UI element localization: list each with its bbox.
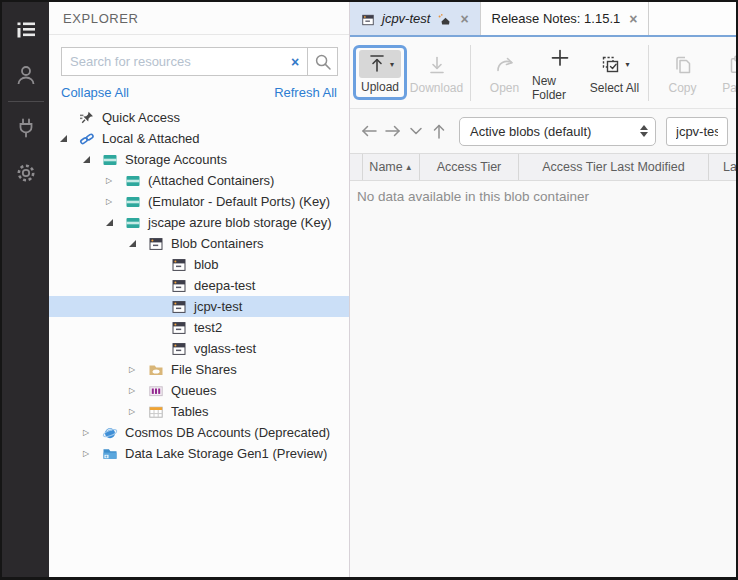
table-icon	[148, 404, 164, 420]
tree-item-label: jscape azure blob storage (Key)	[148, 215, 332, 230]
tab-jcpv-test[interactable]: jcpv-test×	[350, 2, 481, 35]
column-header-label: Name	[369, 160, 402, 174]
new-folder-button[interactable]: New Folder	[532, 44, 587, 102]
toolbar-button-label: Upload	[361, 80, 399, 94]
settings-icon[interactable]	[11, 158, 41, 188]
tree-item-label: Data Lake Storage Gen1 (Preview)	[125, 446, 327, 461]
tree-item-deepa-test[interactable]: deepa-test	[49, 275, 349, 296]
tree-item-jscape-azure-blob-storage-key[interactable]: jscape azure blob storage (Key)	[49, 212, 349, 233]
toolbar-group: OpenNew Folder▾Select All	[477, 37, 642, 108]
copy-button[interactable]: Copy	[655, 51, 710, 95]
column-header-name[interactable]: Name▲	[363, 154, 420, 180]
tree-item-quick-access[interactable]: Quick Access	[49, 107, 349, 128]
download-icon	[426, 51, 448, 79]
cosmos-icon	[102, 425, 118, 441]
chevron-down-icon[interactable]	[404, 119, 427, 143]
tree-item-vglass-test[interactable]: vglass-test	[49, 338, 349, 359]
blob-container-icon	[361, 12, 375, 26]
back-icon[interactable]	[358, 119, 381, 143]
expander-collapsed-icon[interactable]	[78, 428, 94, 437]
expander-collapsed-icon[interactable]	[101, 197, 117, 206]
blob-state-select-value: Active blobs (default)	[470, 124, 639, 139]
expander-expanded-icon[interactable]	[124, 240, 140, 247]
tree-item-blob[interactable]: blob	[49, 254, 349, 275]
expander-expanded-icon[interactable]	[78, 156, 94, 163]
toolbar-group: CopyPaste	[655, 37, 738, 108]
path-input[interactable]	[666, 117, 728, 146]
up-level-icon[interactable]	[427, 119, 450, 143]
blob-container-icon	[171, 257, 187, 273]
upload-icon: ▾	[359, 50, 401, 78]
tree-item-tables[interactable]: Tables	[49, 401, 349, 422]
paste-icon	[726, 51, 738, 79]
toolbar-separator	[648, 45, 649, 101]
close-tab-icon[interactable]: ×	[460, 12, 468, 26]
connect-icon[interactable]	[11, 113, 41, 143]
tree-item-blob-containers[interactable]: Blob Containers	[49, 233, 349, 254]
paste-button[interactable]: Paste	[710, 51, 738, 95]
expander-collapsed-icon[interactable]	[124, 386, 140, 395]
forward-icon[interactable]	[381, 119, 404, 143]
select-all-icon: ▾	[599, 51, 629, 79]
tab-label: Release Notes: 1.15.1	[492, 11, 621, 26]
expander-collapsed-icon[interactable]	[124, 407, 140, 416]
tree-item-label: test2	[194, 320, 222, 335]
tree-item-emulator-default-ports-key[interactable]: (Emulator - Default Ports) (Key)	[49, 191, 349, 212]
storage-icon	[102, 152, 118, 168]
toolbar-button-label: New Folder	[532, 74, 587, 102]
search-icon[interactable]	[308, 48, 337, 75]
toolbar-group: ▾UploadDownload	[351, 37, 464, 108]
quick-access-icon	[79, 110, 95, 126]
tree-item-local-attached[interactable]: Local & Attached	[49, 128, 349, 149]
tree-item-storage-accounts[interactable]: Storage Accounts	[49, 149, 349, 170]
tab-release-notes-1-15-1[interactable]: Release Notes: 1.15.1×	[481, 2, 650, 35]
refresh-all-link[interactable]: Refresh All	[274, 85, 337, 100]
tree-item-attached-containers[interactable]: (Attached Containers)	[49, 170, 349, 191]
column-header-last-modified[interactable]: Last Modified	[709, 154, 736, 180]
search-box: ×	[61, 47, 338, 76]
tree-item-data-lake-storage-gen1-preview[interactable]: Data Lake Storage Gen1 (Preview)	[49, 443, 349, 464]
explorer-icon[interactable]	[11, 15, 41, 45]
open-button[interactable]: Open	[477, 51, 532, 95]
toolbar-button-label: Copy	[668, 81, 696, 95]
tree-item-label: vglass-test	[194, 341, 256, 356]
select-spinner-icon	[639, 125, 649, 137]
expander-expanded-icon[interactable]	[101, 219, 117, 226]
copy-icon	[671, 51, 695, 79]
explorer-panel: EXPLORER × Collapse All Refresh All Quic…	[49, 2, 350, 577]
clear-search-icon[interactable]: ×	[283, 48, 307, 75]
tree-item-cosmos-db-accounts-deprecated[interactable]: Cosmos DB Accounts (Deprecated)	[49, 422, 349, 443]
toolbar-button-label: Open	[490, 81, 519, 95]
dropdown-caret-icon: ▾	[390, 60, 394, 69]
explorer-panel-title: EXPLORER	[49, 2, 349, 35]
tree-item-queues[interactable]: Queues	[49, 380, 349, 401]
collapse-all-link[interactable]: Collapse All	[61, 85, 129, 100]
blob-container-icon	[171, 278, 187, 294]
tree-item-label: blob	[194, 257, 219, 272]
tree-item-file-shares[interactable]: File Shares	[49, 359, 349, 380]
tree-item-jcpv-test[interactable]: jcpv-test	[49, 296, 349, 317]
storage-icon	[125, 215, 141, 231]
upload-button[interactable]: ▾Upload	[353, 45, 407, 100]
blob-state-select[interactable]: Active blobs (default)	[459, 117, 656, 146]
activity-bar-divider	[8, 101, 44, 102]
datalake-icon	[102, 446, 118, 462]
tree-item-label: Cosmos DB Accounts (Deprecated)	[125, 425, 330, 440]
pinned-icon[interactable]	[437, 13, 451, 27]
select-all-button[interactable]: ▾Select All	[587, 51, 642, 95]
toolbar-button-label: Select All	[590, 81, 639, 95]
account-icon[interactable]	[11, 60, 41, 90]
new-folder-icon	[548, 44, 572, 72]
expander-collapsed-icon[interactable]	[101, 176, 117, 185]
tree-item-label: deepa-test	[194, 278, 255, 293]
expander-collapsed-icon[interactable]	[124, 365, 140, 374]
tree-item-test2[interactable]: test2	[49, 317, 349, 338]
expander-expanded-icon[interactable]	[55, 135, 71, 142]
close-tab-icon[interactable]: ×	[629, 12, 637, 26]
tree-actions: Collapse All Refresh All	[49, 76, 349, 104]
column-header-access-tier-last-modified[interactable]: Access Tier Last Modified	[519, 154, 709, 180]
download-button[interactable]: Download	[409, 51, 464, 95]
expander-collapsed-icon[interactable]	[78, 449, 94, 458]
search-input[interactable]	[62, 48, 283, 75]
column-header-access-tier[interactable]: Access Tier	[420, 154, 519, 180]
